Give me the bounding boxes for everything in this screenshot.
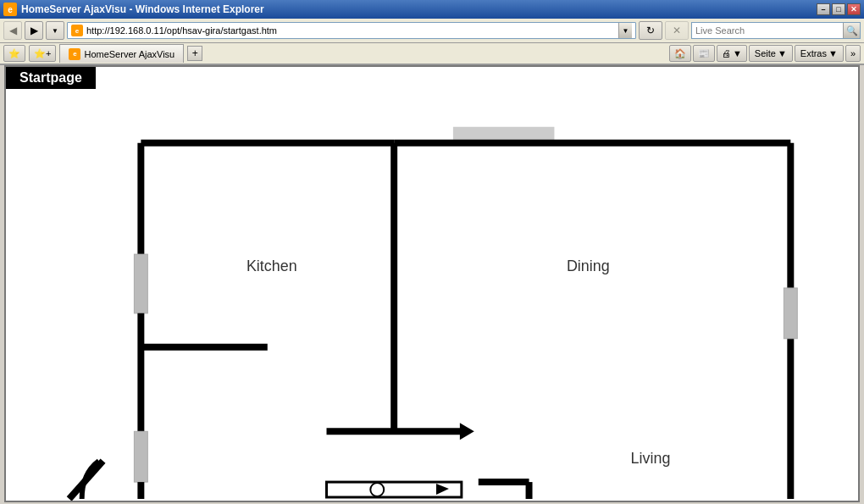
page-dropdown-icon: ▼	[778, 48, 787, 58]
browser-content: Startpage	[4, 65, 860, 502]
address-text: http://192.168.0.11/opt/hsav-gira/startg…	[86, 25, 618, 36]
forward-button[interactable]: ▶	[25, 21, 43, 40]
svg-line-20	[69, 461, 103, 499]
tab-label: HomeServer AjaxVisu	[84, 49, 174, 59]
feeds-button[interactable]: 📰	[693, 45, 715, 62]
dining-label: Dining	[567, 258, 610, 274]
address-bar[interactable]: e http://192.168.0.11/opt/hsav-gira/star…	[67, 22, 636, 39]
svg-marker-12	[460, 423, 474, 440]
tab-favicon: e	[69, 48, 80, 60]
tab-toolbar: ⭐ ⭐+ e HomeServer AjaxVisu + 🏠 📰 🖨 ▼ Sei…	[0, 43, 864, 65]
search-bar[interactable]: 🔍	[691, 22, 861, 39]
app-icon: e	[3, 3, 17, 16]
stop-button[interactable]: ✕	[665, 21, 689, 40]
search-button[interactable]: 🔍	[843, 23, 860, 38]
toolbar-icons: 🏠 📰 🖨 ▼ Seite ▼ Extras ▼ »	[669, 45, 861, 62]
page-label: Seite	[755, 48, 776, 58]
navigation-toolbar: ◀ ▶ ▼ e http://192.168.0.11/opt/hsav-gir…	[0, 19, 864, 43]
print-icon: 🖨	[722, 48, 731, 58]
feeds-icon: 📰	[698, 48, 710, 59]
add-favorite-icon: ⭐+	[34, 48, 51, 59]
tab-homeserver[interactable]: e HomeServer AjaxVisu	[59, 44, 184, 63]
kitchen-label: Kitchen	[246, 258, 297, 274]
address-dropdown[interactable]: ▼	[618, 23, 632, 38]
title-bar: e HomeServer AjaxVisu - Windows Internet…	[0, 0, 864, 19]
page-button[interactable]: Seite ▼	[749, 45, 793, 62]
search-input[interactable]	[692, 25, 843, 36]
window-title: HomeServer AjaxVisu - Windows Internet E…	[21, 3, 817, 15]
add-favorite-button[interactable]: ⭐+	[29, 45, 56, 62]
close-button[interactable]: ✕	[847, 3, 861, 15]
svg-rect-14	[784, 288, 797, 339]
floorplan-svg: Kitchen Dining Living Hallway	[6, 67, 858, 501]
new-tab-button[interactable]: +	[187, 46, 202, 61]
home-button[interactable]: ⭐	[3, 45, 25, 62]
back-button[interactable]: ◀	[3, 21, 22, 40]
refresh-button[interactable]: ↻	[639, 21, 662, 40]
print-dropdown[interactable]: ▼	[733, 48, 742, 58]
extras-button[interactable]: Extras ▼	[795, 45, 844, 62]
svg-rect-7	[134, 431, 147, 482]
home-icon: ⭐	[8, 48, 20, 59]
more-button[interactable]: »	[845, 45, 861, 62]
window-controls[interactable]: – □ ✕	[817, 3, 861, 15]
print-button[interactable]: 🖨 ▼	[717, 45, 747, 62]
extras-dropdown-icon: ▼	[828, 48, 838, 58]
address-favicon: e	[71, 25, 83, 36]
maximize-button[interactable]: □	[832, 3, 845, 15]
svg-rect-5	[134, 254, 147, 313]
home-nav-icon: 🏠	[674, 48, 686, 59]
dropdown-button[interactable]: ▼	[46, 21, 64, 40]
home-nav-button[interactable]: 🏠	[669, 45, 691, 62]
minimize-button[interactable]: –	[817, 3, 830, 15]
living-label: Living	[631, 450, 671, 467]
extras-label: Extras	[800, 48, 827, 58]
